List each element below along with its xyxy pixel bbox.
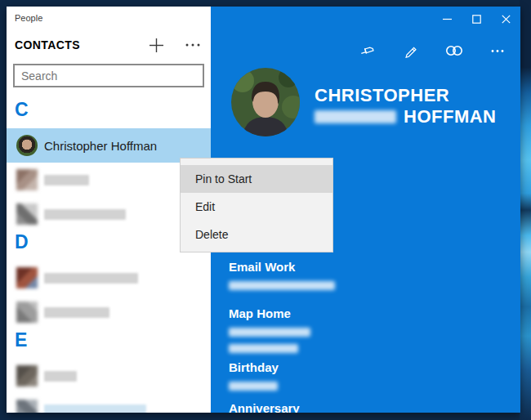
field-label-email-work: Email Work (229, 260, 295, 274)
pencil-icon (404, 43, 418, 58)
contact-row-redacted[interactable] (7, 261, 211, 295)
contact-avatar-redacted (16, 302, 38, 323)
section-letter-c: C (7, 99, 211, 128)
contact-avatar-redacted (16, 169, 38, 190)
contact-list: C Christopher Hoffman D E (7, 99, 211, 413)
portrait-photo (231, 68, 300, 136)
detail-toolbar (346, 39, 519, 62)
desktop-wallpaper-edge (520, 0, 531, 420)
context-menu: Pin to Start Edit Delete (180, 158, 333, 252)
plus-icon (149, 38, 164, 53)
pin-icon (359, 42, 376, 59)
redacted-name (44, 175, 89, 185)
redacted-birthday-value (229, 382, 278, 391)
field-label-anniversary: Anniversary (229, 401, 300, 413)
name-last: HOFFMAN (404, 106, 496, 127)
maximize-button[interactable] (462, 7, 491, 31)
pin-button[interactable] (346, 39, 389, 62)
contact-row-redacted[interactable] (7, 393, 211, 413)
add-contact-button[interactable] (146, 35, 166, 55)
contact-avatar-redacted (16, 365, 38, 386)
window-controls (432, 7, 520, 31)
link-contacts-button[interactable] (432, 39, 475, 62)
contact-avatar-redacted (16, 400, 38, 413)
minimize-icon (443, 15, 452, 24)
close-button[interactable] (491, 7, 520, 31)
contact-avatar (16, 135, 38, 156)
redacted-name (44, 209, 126, 220)
redacted-email-value[interactable] (229, 281, 335, 290)
menu-item-edit[interactable]: Edit (181, 193, 332, 221)
search-input[interactable] (13, 64, 204, 87)
contact-avatar-redacted (16, 203, 38, 225)
contacts-header-row: CONTACTS (15, 36, 203, 54)
redacted-address-line1[interactable] (229, 328, 310, 337)
name-first: CHRISTOPHER (315, 85, 496, 106)
ellipsis-icon (491, 49, 504, 53)
contacts-heading: CONTACTS (15, 38, 146, 51)
maximize-icon (472, 15, 481, 24)
redacted-name (44, 371, 77, 382)
ellipsis-icon (185, 42, 200, 47)
section-letter-e: E (7, 329, 211, 359)
people-app-window: People CONTACTS C Chr (7, 7, 520, 413)
redacted-address-line2[interactable] (229, 344, 298, 353)
close-icon (502, 15, 511, 24)
link-icon (444, 44, 464, 57)
app-title: People (15, 13, 211, 23)
field-label-map-home: Map Home (229, 306, 291, 320)
redacted-name (44, 273, 138, 284)
edit-button[interactable] (389, 39, 432, 62)
contact-row-redacted[interactable] (7, 295, 211, 329)
minimize-button[interactable] (432, 7, 462, 31)
contact-photo[interactable] (231, 68, 300, 136)
detail-more-button[interactable] (475, 39, 519, 62)
redacted-middle-name (315, 110, 396, 123)
contact-row-redacted[interactable] (7, 359, 211, 393)
redacted-name (44, 307, 109, 318)
menu-item-pin-to-start[interactable]: Pin to Start (181, 165, 332, 193)
contact-name: Christopher Hoffman (44, 139, 157, 153)
contact-display-name: CHRISTOPHER HOFFMAN (315, 85, 496, 127)
redacted-name (44, 404, 146, 413)
field-label-birthday: Birthday (229, 360, 279, 374)
sidebar-more-button[interactable] (183, 35, 203, 55)
menu-item-delete[interactable]: Delete (181, 221, 332, 248)
contact-avatar-redacted (16, 267, 38, 288)
